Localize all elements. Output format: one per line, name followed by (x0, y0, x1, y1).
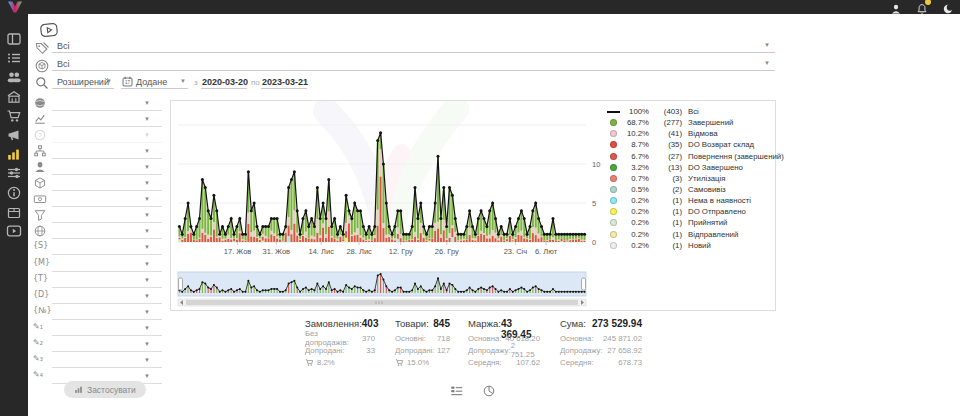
navigator-right-handle[interactable] (582, 278, 586, 290)
legend-count: (2) (649, 185, 682, 194)
chevron-down-icon: ▼ (144, 261, 150, 267)
note-field-3-select[interactable]: ▼ (52, 353, 162, 368)
legend-item[interactable]: 0.2%(1)Новий (605, 240, 773, 251)
custom-field-s-select[interactable]: ▼ (52, 240, 162, 255)
filter-row-sitemap: ▼ (0, 144, 170, 160)
cube-3d-select[interactable]: ▼ (52, 176, 162, 191)
legend-item[interactable]: 6.7%(27)Повернення (завершений) (605, 151, 773, 162)
sidebar-item-orders-list[interactable] (6, 50, 22, 66)
filter-row-help-circle: ?▼ (0, 128, 170, 144)
legend-item[interactable]: 3.2%(13)DO Завершено (605, 162, 773, 173)
legend-count: (3) (649, 174, 682, 183)
legend-item[interactable]: 10.2%(41)Відмова (605, 128, 773, 139)
legend-label: Повернення (завершений) (688, 152, 784, 161)
svg-text:6. Лют: 6. Лют (535, 247, 558, 256)
custom-field-d-select[interactable]: ▼ (52, 289, 162, 304)
user-icon[interactable] (890, 1, 902, 13)
svg-text:17: 17 (125, 80, 130, 85)
legend-percent: 0.2% (621, 230, 649, 239)
list-view-icon[interactable] (450, 384, 464, 398)
stat-value: 403 (362, 318, 379, 332)
legend-dot-swatch (610, 164, 617, 171)
navigator-left-handle[interactable] (179, 278, 183, 290)
user-icon (890, 3, 902, 15)
sidebar-item-dashboard[interactable] (6, 31, 22, 47)
legend-count: (1) (649, 241, 682, 250)
legend-item[interactable]: 68.7%(277)Завершений (605, 117, 773, 128)
svg-text:26. Гру: 26. Гру (435, 247, 459, 256)
chevron-down-icon: ▼ (144, 244, 150, 250)
legend-item[interactable]: 8.7%(35)DO Возврат склад (605, 139, 773, 150)
search-icon (34, 75, 50, 91)
svg-text:12. Гру: 12. Гру (389, 247, 413, 256)
funnel-select[interactable]: ▼ (52, 208, 162, 223)
chevron-down-icon: ▼ (144, 228, 150, 234)
category-select[interactable]: Всі ▼ (52, 38, 775, 53)
legend-item[interactable]: 0.2%(1)DO Отправлено (605, 206, 773, 217)
legend-item[interactable]: 0.2%(1)Відправлений (605, 229, 773, 240)
legend-percent: 0.5% (621, 185, 649, 194)
svg-text:0: 0 (592, 238, 596, 247)
date-to-input[interactable]: 2023-03-21 (261, 74, 307, 89)
legend-label: Самовивіз (688, 185, 726, 194)
custom-field-m-select[interactable]: ▼ (52, 257, 162, 272)
note-field-1-select[interactable]: ▼ (52, 321, 162, 336)
legend-item[interactable]: 0.2%(1)Прийнятий (605, 217, 773, 228)
note-field-2-select[interactable]: ▼ (52, 337, 162, 352)
chevron-down-icon: ▼ (144, 180, 150, 186)
legend-percent: 68.7% (621, 118, 649, 127)
notifications-bell-icon[interactable] (916, 1, 928, 13)
chevron-down-icon: ▼ (144, 100, 150, 106)
video-help-icon[interactable] (39, 22, 58, 38)
date-from-label: з (194, 78, 198, 87)
user-solid-icon (33, 160, 47, 174)
funnel-icon (33, 208, 47, 222)
legend-count: (1) (649, 230, 682, 239)
trend-chart-select[interactable]: ▼ (52, 112, 162, 127)
legend-percent: 3.2% (621, 163, 649, 172)
stat-title: Сума: (560, 318, 586, 332)
legend-item[interactable]: 100%(403)Всі (605, 106, 773, 117)
filter-row-banknote: ▼ (0, 192, 170, 208)
custom-field-t-select[interactable]: ▼ (52, 273, 162, 288)
svg-text:31. Жов: 31. Жов (263, 247, 291, 256)
product-select[interactable]: Всі ▼ (52, 56, 775, 71)
app-logo-icon[interactable] (6, 0, 24, 14)
custom-field-n-select[interactable]: ▼ (52, 305, 162, 320)
custom-field-m-icon: {M} (33, 258, 50, 267)
sidebar-item-clients[interactable] (6, 69, 22, 85)
user-solid-select[interactable]: ▼ (52, 160, 162, 175)
pie-view-icon[interactable] (482, 384, 496, 398)
legend-count: (1) (649, 207, 682, 216)
date-from-input[interactable]: 2020-03-20 (201, 74, 247, 89)
legend-item[interactable]: 0.2%(1)Нема в наявності (605, 195, 773, 206)
legend-label: Утилізація (688, 174, 726, 183)
globe-wire-select[interactable]: ▼ (52, 224, 162, 239)
category-select-value: Всі (57, 41, 70, 51)
stat-sub-row: Середня:678.73 (560, 356, 642, 368)
apply-filters-button[interactable]: Застосувати (64, 381, 146, 398)
legend-count: (1) (649, 196, 682, 205)
legend-dot-swatch (610, 130, 617, 137)
banknote-select[interactable]: ▼ (52, 192, 162, 207)
stat-value: 273 529.94 (592, 318, 642, 332)
legend-label: Відмова (688, 129, 718, 138)
legend-percent: 0.7% (621, 174, 649, 183)
globe-wire-icon (33, 224, 47, 238)
stat-sub-row: Основні:718 (395, 332, 450, 344)
chevron-down-icon: ▼ (144, 309, 150, 315)
globe-solid-select[interactable]: ▼ (52, 96, 162, 111)
globe-solid-icon (33, 96, 47, 110)
legend-dot-swatch (610, 119, 617, 126)
date-to-label: по (251, 78, 260, 87)
date-field-select[interactable]: 17 Додане ▼ (121, 74, 188, 89)
legend-count: (277) (649, 118, 682, 127)
legend-item[interactable]: 0.7%(3)Утилізація (605, 173, 773, 184)
legend-item[interactable]: 0.5%(2)Самовивіз (605, 184, 773, 195)
search-mode-select[interactable]: Розширений ▼ (52, 74, 114, 89)
custom-field-n-icon: {№} (33, 306, 52, 315)
stat-sub-row: Середня:107.62 (468, 356, 540, 368)
sitemap-select[interactable]: ▼ (52, 144, 162, 159)
theme-moon-icon[interactable] (942, 1, 954, 13)
help-circle-select[interactable]: ▼ (52, 128, 162, 143)
